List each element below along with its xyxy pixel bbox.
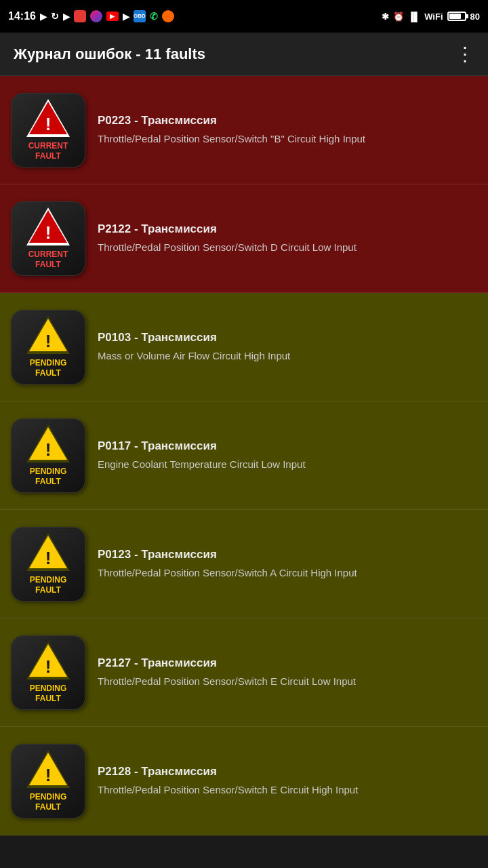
status-time: 14:16 <box>8 10 36 22</box>
warning-triangle-icon: ! <box>26 99 70 137</box>
fault-list: ! CURRENTFAULT P0223 - Трансмиссия Throt… <box>0 76 488 835</box>
fault-info-3: P0103 - Трансмиссия Mass or Volume Air F… <box>98 331 477 363</box>
fault-item-1[interactable]: ! CURRENTFAULT P0223 - Трансмиссия Throt… <box>0 76 488 184</box>
fault-item-2[interactable]: ! CURRENTFAULT P2122 - Трансмиссия Throt… <box>0 184 488 293</box>
badge-label-4: PENDINGFAULT <box>30 467 67 486</box>
page-title: Журнал ошибок - 11 faults <box>14 45 205 63</box>
fault-desc-2: Throttle/Pedal Position Sensor/Switch D … <box>98 240 477 254</box>
fault-badge-5: ! PENDINGFAULT <box>11 527 85 601</box>
warning-triangle-icon: ! <box>26 316 70 354</box>
warning-triangle-icon: ! <box>26 208 70 245</box>
fault-info-4: P0117 - Трансмиссия Engine Coolant Tempe… <box>98 439 477 471</box>
youtube-icon: ▶ <box>106 12 119 21</box>
fault-badge-3: ! PENDINGFAULT <box>11 310 85 384</box>
signal-icon: ▐▌ <box>408 12 420 22</box>
app-icon-2 <box>90 10 102 22</box>
fault-item-3[interactable]: ! PENDINGFAULT P0103 - Трансмиссия Mass … <box>0 293 488 401</box>
fault-badge-7: ! PENDINGFAULT <box>11 744 85 818</box>
app-icon-4 <box>162 10 174 22</box>
fault-desc-6: Throttle/Pedal Position Sensor/Switch E … <box>98 674 477 688</box>
fault-item-4[interactable]: ! PENDINGFAULT P0117 - Трансмиссия Engin… <box>0 401 488 510</box>
obd-icon: OBD <box>134 10 146 22</box>
refresh-icon: ↻ <box>51 11 59 22</box>
fault-code-4: P0117 - Трансмиссия <box>98 439 477 453</box>
whatsapp-icon: ✆ <box>150 11 158 22</box>
badge-label-6: PENDINGFAULT <box>30 684 67 703</box>
fault-code-3: P0103 - Трансмиссия <box>98 331 477 344</box>
warning-triangle-icon: ! <box>26 642 70 679</box>
fault-badge-6: ! PENDINGFAULT <box>11 635 85 710</box>
battery-percent: 80 <box>470 12 480 22</box>
badge-label-1: CURRENTFAULT <box>28 141 68 161</box>
fault-code-2: P2122 - Трансмиссия <box>98 222 477 236</box>
fault-code-5: P0123 - Трансмиссия <box>98 548 477 561</box>
fault-badge-4: ! PENDINGFAULT <box>11 418 85 493</box>
fault-item-6[interactable]: ! PENDINGFAULT P2127 - Трансмиссия Throt… <box>0 618 488 727</box>
fault-badge-1: ! CURRENTFAULT <box>11 93 85 167</box>
status-right: ✱ ⏰ ▐▌ WiFi 80 <box>382 12 480 22</box>
fault-desc-7: Throttle/Pedal Position Sensor/Switch E … <box>98 783 477 797</box>
status-bar: 14:16 ▶ ↻ ▶ ▶ ▶ OBD ✆ ✱ ⏰ ▐▌ WiFi 80 <box>0 0 488 33</box>
fault-desc-5: Throttle/Pedal Position Sensor/Switch A … <box>98 566 477 580</box>
badge-label-2: CURRENTFAULT <box>28 250 68 269</box>
wifi-icon: WiFi <box>424 12 443 22</box>
fault-code-7: P2128 - Трансмиссия <box>98 765 477 778</box>
status-left: 14:16 ▶ ↻ ▶ ▶ ▶ OBD ✆ <box>8 10 174 22</box>
badge-label-7: PENDINGFAULT <box>30 792 67 812</box>
fault-code-6: P2127 - Трансмиссия <box>98 656 477 670</box>
fault-item-7[interactable]: ! PENDINGFAULT P2128 - Трансмиссия Throt… <box>0 727 488 835</box>
fault-info-6: P2127 - Трансмиссия Throttle/Pedal Posit… <box>98 656 477 688</box>
fault-item-5[interactable]: ! PENDINGFAULT P0123 - Трансмиссия Throt… <box>0 510 488 618</box>
app-icon-3: ▶ <box>123 12 129 22</box>
fault-info-1: P0223 - Трансмиссия Throttle/Pedal Posit… <box>98 114 477 146</box>
play2-icon: ▶ <box>63 12 70 22</box>
badge-label-3: PENDINGFAULT <box>30 358 67 378</box>
warning-triangle-icon: ! <box>26 750 70 788</box>
app-icon-1 <box>74 10 86 22</box>
fault-badge-2: ! CURRENTFAULT <box>11 201 85 276</box>
badge-label-5: PENDINGFAULT <box>30 575 67 595</box>
fault-desc-4: Engine Coolant Temperature Circuit Low I… <box>98 457 477 471</box>
alarm-icon: ⏰ <box>393 12 404 22</box>
battery-fill <box>449 14 462 19</box>
fault-desc-3: Mass or Volume Air Flow Circuit High Inp… <box>98 349 477 363</box>
battery-icon <box>447 12 466 21</box>
fault-code-1: P0223 - Трансмиссия <box>98 114 477 127</box>
fault-info-7: P2128 - Трансмиссия Throttle/Pedal Posit… <box>98 765 477 797</box>
fault-info-2: P2122 - Трансмиссия Throttle/Pedal Posit… <box>98 222 477 254</box>
bluetooth-icon: ✱ <box>382 12 389 22</box>
warning-triangle-icon: ! <box>26 533 70 571</box>
play-icon: ▶ <box>40 12 47 22</box>
fault-info-5: P0123 - Трансмиссия Throttle/Pedal Posit… <box>98 548 477 580</box>
menu-button[interactable]: ⋮ <box>455 45 474 64</box>
header: Журнал ошибок - 11 faults ⋮ <box>0 33 488 76</box>
warning-triangle-icon: ! <box>26 425 70 462</box>
fault-desc-1: Throttle/Pedal Position Sensor/Switch "B… <box>98 132 477 146</box>
